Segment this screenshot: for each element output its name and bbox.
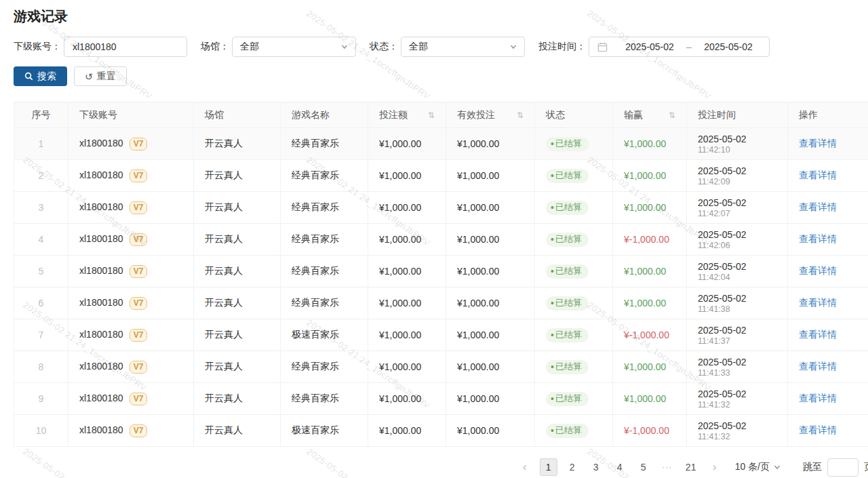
page-button-1[interactable]: 1 <box>540 458 557 476</box>
page-size-select[interactable]: 10 条/页 <box>735 461 781 473</box>
status-select[interactable]: 全部 <box>401 37 525 57</box>
cell-status: •已结算 <box>535 383 613 415</box>
cell-time: 2025-05-0211:41:32 <box>687 415 788 447</box>
status-label: 状态： <box>370 41 398 53</box>
cell-time: 2025-05-0211:41:32 <box>687 383 788 415</box>
cell-status: •已结算 <box>535 351 613 383</box>
bet-date: 2025-05-02 <box>698 133 776 145</box>
cell-account: xl1800180V7 <box>68 160 194 192</box>
vip-level-badge: V7 <box>130 138 148 151</box>
bet-time: 11:42:06 <box>698 241 776 251</box>
cell-win: ¥1,000.00 <box>613 287 687 319</box>
bet-date: 2025-05-02 <box>698 260 776 273</box>
date-range-picker[interactable]: 2025-05-02 – 2025-05-02 <box>589 37 770 57</box>
status-badge: •已结算 <box>546 392 589 406</box>
cell-bet: ¥1,000.00 <box>368 192 446 224</box>
header-win[interactable]: 输赢⇅ <box>613 102 687 128</box>
account-input[interactable] <box>64 37 188 56</box>
view-details-link[interactable]: 查看详情 <box>799 393 837 403</box>
cell-valid: ¥1,000.00 <box>446 351 535 383</box>
vip-level-badge: V7 <box>130 201 148 214</box>
win-amount: ¥1,000.00 <box>624 298 666 308</box>
status-badge: •已结算 <box>546 424 589 438</box>
view-details-link[interactable]: 查看详情 <box>799 297 837 308</box>
cell-account: xl1800180V7 <box>68 256 194 287</box>
header-seq: 序号 <box>14 102 68 128</box>
sort-icon[interactable]: ⇅ <box>669 111 675 120</box>
cell-bet: ¥1,000.00 <box>368 383 446 415</box>
cell-win: ¥-1,000.00 <box>613 224 687 256</box>
reset-button[interactable]: ↺ 重置 <box>74 66 127 86</box>
view-details-link[interactable]: 查看详情 <box>799 201 837 212</box>
cell-game: 经典百家乐 <box>281 224 368 256</box>
page-title: 游戏记录 <box>0 0 868 26</box>
status-badge: •已结算 <box>546 137 589 151</box>
win-amount: ¥-1,000.00 <box>624 425 669 436</box>
date-end-value[interactable]: 2025-05-02 <box>696 41 761 52</box>
sort-icon[interactable]: ⇅ <box>517 111 524 120</box>
status-badge: •已结算 <box>546 264 589 279</box>
page-button-5[interactable]: 5 <box>635 458 652 476</box>
prev-page-button[interactable]: ‹ <box>516 458 534 476</box>
cell-valid: ¥1,000.00 <box>446 383 535 415</box>
view-details-link[interactable]: 查看详情 <box>799 361 837 372</box>
view-details-link[interactable]: 查看详情 <box>799 138 837 148</box>
status-dot-icon: • <box>551 202 554 213</box>
page-button-3[interactable]: 3 <box>587 458 605 476</box>
cell-valid: ¥1,000.00 <box>446 160 535 192</box>
search-button[interactable]: 搜索 <box>14 66 67 86</box>
cell-seq: 8 <box>14 351 68 383</box>
cell-valid: ¥1,000.00 <box>446 319 535 351</box>
cell-win: ¥-1,000.00 <box>613 415 687 447</box>
cell-bet: ¥1,000.00 <box>368 256 446 287</box>
cell-win: ¥1,000.00 <box>613 192 687 224</box>
cell-account: xl1800180V7 <box>68 351 194 383</box>
header-valid[interactable]: 有效投注⇅ <box>446 102 535 128</box>
view-details-link[interactable]: 查看详情 <box>799 424 837 435</box>
cell-venue: 开云真人 <box>194 383 281 415</box>
win-amount: ¥1,000.00 <box>624 170 666 181</box>
status-badge: •已结算 <box>546 328 589 342</box>
cell-seq: 1 <box>14 128 68 160</box>
bet-time: 11:41:33 <box>698 368 776 378</box>
cell-action: 查看详情 <box>788 256 868 287</box>
cell-status: •已结算 <box>535 192 613 224</box>
sort-icon[interactable]: ⇅ <box>428 111 435 120</box>
account-input-wrap <box>64 37 187 57</box>
page-button-2[interactable]: 2 <box>564 458 581 476</box>
next-page-button[interactable]: › <box>706 458 724 476</box>
view-details-link[interactable]: 查看详情 <box>799 233 837 244</box>
cell-venue: 开云真人 <box>194 224 281 256</box>
cell-venue: 开云真人 <box>194 287 281 319</box>
page-button-last[interactable]: 21 <box>682 458 700 476</box>
cell-bet: ¥1,000.00 <box>368 128 446 160</box>
cell-valid: ¥1,000.00 <box>446 256 535 287</box>
page-button-4[interactable]: 4 <box>611 458 629 476</box>
bet-date: 2025-05-02 <box>698 228 776 241</box>
page-ellipsis[interactable]: ··· <box>658 458 676 476</box>
header-bet[interactable]: 投注额⇅ <box>368 102 446 128</box>
cell-action: 查看详情 <box>788 160 868 192</box>
status-dot-icon: • <box>551 234 554 245</box>
win-amount: ¥1,000.00 <box>624 138 666 149</box>
cell-action: 查看详情 <box>788 287 868 319</box>
date-start-value[interactable]: 2025-05-02 <box>617 41 682 52</box>
bet-date: 2025-05-02 <box>698 420 776 432</box>
header-account: 下级账号 <box>68 102 194 128</box>
cell-action: 查看详情 <box>788 128 868 160</box>
status-dot-icon: • <box>551 393 554 404</box>
chevron-down-icon <box>774 464 781 471</box>
venue-select[interactable]: 全部 <box>232 37 356 57</box>
cell-valid: ¥1,000.00 <box>446 128 535 160</box>
table-row: 7 xl1800180V7 开云真人 极速百家乐 ¥1,000.00 ¥1,00… <box>14 319 868 351</box>
bet-time: 11:42:07 <box>698 209 776 219</box>
cell-time: 2025-05-0211:41:38 <box>687 287 788 319</box>
search-icon <box>24 72 33 81</box>
jump-page-input[interactable] <box>827 458 859 477</box>
status-dot-icon: • <box>551 425 554 436</box>
view-details-link[interactable]: 查看详情 <box>799 265 837 276</box>
view-details-link[interactable]: 查看详情 <box>799 329 837 340</box>
view-details-link[interactable]: 查看详情 <box>799 170 837 180</box>
calendar-icon <box>597 42 608 52</box>
cell-status: •已结算 <box>535 128 613 160</box>
